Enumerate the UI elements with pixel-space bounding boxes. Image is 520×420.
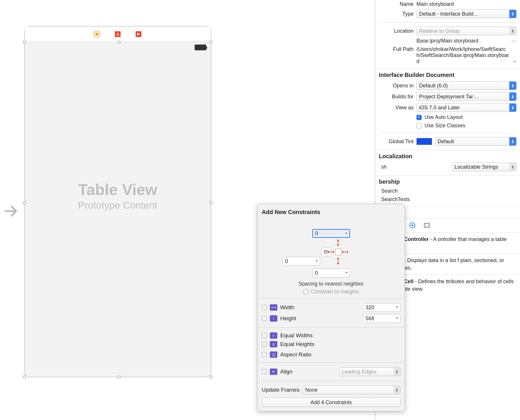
constrain-margins-checkbox[interactable] [303,289,309,294]
bottom-spacing-input[interactable]: 0▼ [312,269,350,277]
name-value: Main.storyboard [416,1,454,7]
segue-arrow-icon [3,202,20,221]
top-bar-icon[interactable] [337,240,339,246]
table-view-placeholder[interactable]: Table View Prototype Content [25,180,211,211]
size-classes-checkbox[interactable] [416,123,422,128]
location-select[interactable]: Relative to Group▲▼ [416,27,517,35]
global-tint-colorwell[interactable] [416,138,432,145]
height-input[interactable]: 568▼ [363,314,401,323]
fullpath-label: Full Path [379,46,414,52]
aspect-ratio-checkbox[interactable] [262,352,267,357]
name-label: Name [379,1,414,7]
width-input[interactable]: 320▼ [363,303,401,312]
fullpath-value: /Users/shrikar/Work/Iphone/SwiftSearch/S… [416,46,509,65]
localization-section-header: Localization [375,150,520,161]
object-library-icon[interactable] [409,222,416,229]
placeholder-title: Table View [25,180,211,198]
localization-select[interactable]: Localizable Strings▲▼ [452,163,517,171]
left-bar-icon[interactable] [328,251,334,253]
add-constraints-popover: Add New Constraints 0▼ 0▼ 0▼ 0▼ Spacing … [257,204,405,411]
svg-rect-7 [424,223,429,227]
height-checkbox[interactable] [262,316,267,321]
spacing-label: Spacing to nearest neighbor [262,281,401,287]
membership-item[interactable]: Search [381,188,398,194]
placeholder-subtitle: Prototype Content [25,200,211,211]
align-icon: ⊨ [270,369,277,375]
svg-point-6 [412,224,413,226]
svg-rect-1 [95,33,98,36]
type-label: Type [379,11,414,17]
ib-section-header: Interface Builder Document [375,69,520,80]
width-checkbox[interactable] [262,305,267,310]
type-select[interactable]: Default - Interface Build…▲▼ [416,10,517,18]
exit-icon[interactable] [134,30,143,39]
global-tint-select[interactable]: Default▲▼ [435,137,517,146]
add-constraints-button[interactable]: Add 4 Constraints [262,398,401,407]
width-icon: ⟷ [270,304,277,311]
equal-widths-checkbox[interactable] [262,333,267,338]
equal-heights-checkbox[interactable] [262,342,267,347]
battery-icon [195,45,206,50]
align-checkbox[interactable] [262,369,267,374]
folder-icon[interactable]: ▭ [512,38,517,44]
center-box-icon [335,249,342,255]
storyboard-scene[interactable]: Table View Prototype Content [24,26,211,377]
location-label: Location [379,28,414,34]
membership-section-header: bership [375,175,520,187]
update-frames-select[interactable]: None▲▼ [303,386,401,394]
aspect-ratio-icon: ◫ [270,351,277,358]
top-spacing-input[interactable]: 0▼ [312,229,350,238]
first-responder-icon[interactable] [113,30,122,39]
builds-for-select[interactable]: Project Deployment Tar…▲▼ [416,92,517,101]
membership-item[interactable]: SearchTests [381,196,410,202]
right-spacing-input[interactable]: 0▼ [283,257,320,266]
opens-in-select[interactable]: Default (6.0)▲▼ [416,81,517,90]
bottom-bar-icon[interactable] [337,258,339,264]
reveal-icon[interactable]: ➜ [512,58,517,65]
height-icon: ↕ [270,315,277,322]
align-select[interactable]: Leading Edges▲▼ [339,367,401,376]
popover-title: Add New Constraints [262,209,401,215]
scene-toolbar [25,26,211,42]
auto-layout-checkbox[interactable] [416,115,422,120]
view-as-select[interactable]: iOS 7.0 and Later▲▼ [416,103,517,112]
view-controller-icon[interactable] [92,30,102,39]
right-bar-icon[interactable] [342,251,348,253]
location-path: Base.lproj/Main.storyboard [416,38,509,44]
media-library-icon[interactable] [423,222,430,229]
equal-heights-icon: ⫼ [270,341,277,347]
equal-widths-icon: ⫽ [270,332,277,339]
